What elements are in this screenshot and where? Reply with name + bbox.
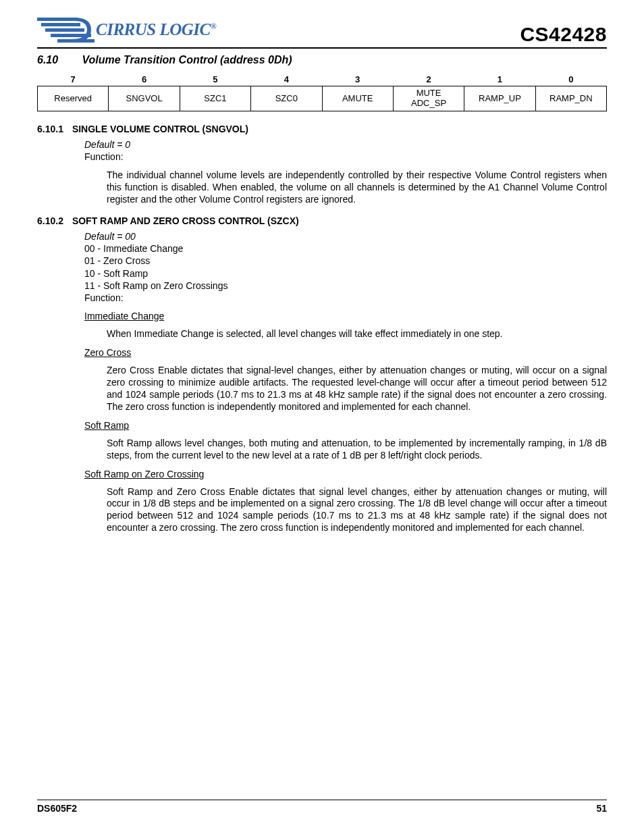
- body-paragraph: When Immediate Change is selected, all l…: [107, 328, 607, 340]
- body-paragraph: Soft Ramp allows level changes, both mut…: [107, 438, 607, 462]
- option-line: 11 - Soft Ramp on Zero Crossings: [84, 280, 607, 292]
- body-paragraph: Zero Cross Enable dictates that signal-l…: [107, 365, 607, 413]
- page-footer: DS605F2 51: [37, 800, 607, 814]
- bit-cell: RAMP_UP: [464, 86, 535, 111]
- part-number: CS42428: [520, 23, 607, 46]
- bit-cell: RAMP_DN: [535, 86, 606, 111]
- cirrus-wave-icon: [37, 14, 95, 46]
- bit-cell: SZC0: [251, 86, 322, 111]
- section-title-text: Volume Transition Control (address 0Dh): [82, 54, 292, 66]
- option-line: 00 - Immediate Change: [84, 242, 607, 255]
- bit-header: 7: [38, 73, 109, 86]
- svg-rect-2: [45, 28, 84, 32]
- bit-cell: AMUTE: [322, 86, 393, 111]
- logo-text: CIRRUS LOGIC®: [96, 20, 216, 39]
- subsection-title-text: SOFT RAMP AND ZERO CROSS CONTROL (SZCX): [72, 215, 299, 226]
- bit-cell: SZC1: [180, 86, 250, 111]
- svg-rect-0: [37, 18, 78, 21]
- bit-header: 2: [393, 73, 464, 86]
- doc-id: DS605F2: [37, 803, 77, 814]
- subsection-heading: 6.10.1 SINGLE VOLUME CONTROL (SNGVOL): [37, 124, 607, 134]
- mode-heading: Immediate Change: [84, 311, 607, 321]
- bit-header: 3: [322, 73, 393, 86]
- registered-icon: ®: [211, 22, 216, 31]
- bit-table: 7 6 5 4 3 2 1 0 Reserved SNGVOL SZC1 SZC…: [37, 73, 607, 111]
- bit-header: 1: [464, 73, 535, 86]
- option-line: 10 - Soft Ramp: [84, 267, 607, 280]
- mode-heading: Soft Ramp: [84, 420, 607, 431]
- bit-header: 4: [251, 73, 322, 86]
- subsection-title-text: SINGLE VOLUME CONTROL (SNGVOL): [72, 124, 248, 134]
- company-logo: CIRRUS LOGIC®: [37, 14, 216, 46]
- svg-rect-1: [41, 23, 80, 26]
- body-paragraph: The individual channel volume levels are…: [107, 170, 607, 206]
- bit-header: 0: [535, 73, 606, 86]
- page-root: CIRRUS LOGIC® CS42428 6.10 Volume Transi…: [0, 0, 644, 834]
- bit-cell: MUTEADC_SP: [393, 86, 464, 111]
- subsection-number: 6.10.2: [37, 215, 70, 226]
- section-number: 6.10: [37, 54, 79, 66]
- subsection-number: 6.10.1: [37, 124, 70, 134]
- table-row: Reserved SNGVOL SZC1 SZC0 AMUTE MUTEADC_…: [38, 86, 607, 111]
- body-paragraph: Soft Ramp and Zero Cross Enable dictates…: [107, 486, 607, 535]
- default-block: Default = 0 Function:: [84, 138, 607, 163]
- subsection-heading: 6.10.2 SOFT RAMP AND ZERO CROSS CONTROL …: [37, 215, 607, 226]
- table-header-row: 7 6 5 4 3 2 1 0: [38, 73, 607, 86]
- bit-header: 5: [180, 73, 250, 86]
- function-label: Function:: [84, 151, 607, 163]
- page-header: CIRRUS LOGIC® CS42428: [37, 14, 607, 49]
- section-heading: 6.10 Volume Transition Control (address …: [37, 54, 607, 66]
- bit-cell: SNGVOL: [109, 86, 180, 111]
- bit-header: 6: [109, 73, 180, 86]
- mode-heading: Zero Cross: [84, 347, 607, 358]
- bit-cell: Reserved: [38, 86, 109, 111]
- option-line: 01 - Zero Cross: [84, 255, 607, 267]
- default-line: Default = 00: [84, 230, 607, 242]
- mode-heading: Soft Ramp on Zero Crossing: [84, 469, 607, 479]
- default-block: Default = 00 00 - Immediate Change 01 - …: [84, 230, 607, 304]
- default-line: Default = 0: [84, 138, 607, 151]
- function-label: Function:: [84, 292, 607, 304]
- page-number: 51: [596, 803, 607, 814]
- logo-text-content: CIRRUS LOGIC: [96, 20, 211, 38]
